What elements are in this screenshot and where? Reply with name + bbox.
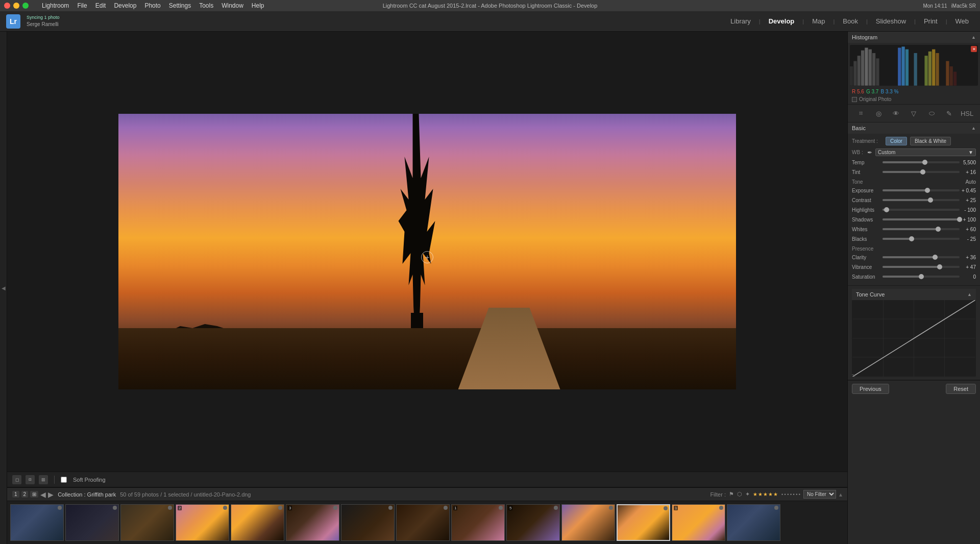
- menu-window[interactable]: Window: [222, 2, 243, 9]
- filmstrip-thumbnail-12[interactable]: [617, 504, 670, 541]
- exposure-slider[interactable]: [883, 189, 960, 191]
- reset-button[interactable]: Reset: [946, 384, 976, 394]
- filmstrip-thumbnail-7[interactable]: [341, 504, 395, 541]
- filmstrip-prev[interactable]: ◀: [40, 490, 46, 499]
- filmstrip-thumbnail-2[interactable]: [65, 504, 119, 541]
- svg-rect-2: [857, 56, 861, 86]
- filmstrip-thumbnail-3[interactable]: [120, 504, 174, 541]
- view-compare-btn[interactable]: ⧈: [26, 475, 35, 484]
- tone-curve-header[interactable]: Tone Curve ▲: [852, 289, 976, 300]
- filmstrip-thumbnail-10[interactable]: 5: [506, 504, 560, 541]
- wb-dropdown[interactable]: Custom ▼: [875, 149, 976, 156]
- left-panel[interactable]: ◀: [0, 32, 7, 544]
- exposure-value: + 0.45: [960, 188, 976, 193]
- menu-tools[interactable]: Tools: [199, 2, 213, 9]
- filmstrip-thumbnail-11[interactable]: [561, 504, 615, 541]
- mac-menu: Lightroom File Edit Develop Photo Settin…: [42, 2, 264, 9]
- nav-web[interactable]: Web: [950, 15, 974, 27]
- original-photo-checkbox[interactable]: [852, 97, 857, 102]
- blacks-slider[interactable]: [883, 238, 960, 240]
- tree-silhouette: [397, 114, 437, 328]
- menu-develop[interactable]: Develop: [114, 2, 136, 9]
- minimize-button[interactable]: [13, 3, 19, 9]
- tone-curve-canvas[interactable]: [852, 300, 976, 377]
- menu-edit[interactable]: Edit: [95, 2, 106, 9]
- svg-rect-4: [865, 47, 868, 85]
- star-filter[interactable]: ★★★★★: [753, 491, 778, 497]
- histogram-svg: [850, 45, 978, 86]
- filmstrip-thumbnail-6[interactable]: 3: [286, 504, 339, 541]
- photo-viewer[interactable]: [7, 32, 847, 472]
- maximize-button[interactable]: [22, 3, 29, 9]
- filmstrip-thumbnail-9[interactable]: 1: [451, 504, 505, 541]
- tint-slider[interactable]: [883, 171, 960, 173]
- filmstrip-thumbnail-13[interactable]: 1: [672, 504, 725, 541]
- vibrance-slider[interactable]: [883, 266, 960, 268]
- adjustment-brush-tool[interactable]: ✎: [944, 108, 955, 119]
- color-treatment-btn[interactable]: Color: [886, 137, 907, 145]
- clock: Mon 14:11: [923, 3, 947, 9]
- soft-proofing-checkbox[interactable]: [61, 477, 67, 483]
- focus-point-indicator[interactable]: [421, 251, 433, 263]
- view-survey-btn[interactable]: ⊞: [39, 475, 48, 484]
- histogram-canvas: ✕: [850, 45, 978, 86]
- wb-eyedropper[interactable]: ✒: [867, 149, 872, 156]
- filter-icon2[interactable]: ⬡: [737, 491, 742, 498]
- filmstrip-thumbnail-8[interactable]: [396, 504, 450, 541]
- view-mode-1[interactable]: 1: [12, 491, 19, 498]
- nav-library[interactable]: Library: [725, 15, 756, 27]
- view-mode-2[interactable]: 2: [21, 491, 29, 498]
- wb-row: WB : ✒ Custom ▼: [852, 149, 976, 156]
- contrast-slider[interactable]: [883, 199, 960, 201]
- spot-heal-tool[interactable]: ◎: [873, 108, 884, 119]
- filmstrip-thumbnail-4[interactable]: 2: [176, 504, 229, 541]
- saturation-slider[interactable]: [883, 276, 960, 278]
- whites-value: + 60: [960, 227, 976, 232]
- nav-develop[interactable]: Develop: [764, 15, 800, 27]
- crop-tool[interactable]: ⌗: [855, 108, 866, 119]
- filter-icon1[interactable]: ⚑: [729, 491, 734, 498]
- filmstrip-thumbnail-5[interactable]: [231, 504, 284, 541]
- menu-file[interactable]: File: [77, 2, 87, 9]
- graduated-filter-tool[interactable]: ▽: [908, 108, 919, 119]
- filmstrip-thumbnail-14[interactable]: [727, 504, 780, 541]
- contrast-slider-row: Contrast + 25: [852, 196, 976, 204]
- basic-header[interactable]: Basic ▲: [848, 122, 980, 134]
- no-filter-dropdown[interactable]: No Filter: [803, 490, 836, 499]
- lr-navigation: Library | Develop | Map | Book | Slidesh…: [725, 15, 974, 27]
- filmstrip-collapse[interactable]: ▴: [839, 491, 842, 498]
- collection-name: Collection : Griffith park: [58, 491, 116, 498]
- dot-filter[interactable]: • • • • • • •: [781, 492, 800, 497]
- svg-rect-0: [850, 66, 853, 86]
- histogram-header[interactable]: Histogram ▲: [848, 32, 980, 43]
- clarity-slider[interactable]: [883, 256, 960, 258]
- tone-auto-btn[interactable]: Auto: [965, 179, 976, 185]
- nav-slideshow[interactable]: Slideshow: [871, 15, 911, 27]
- bw-treatment-btn[interactable]: Black & White: [910, 137, 951, 145]
- view-mode-grid[interactable]: ⊞: [30, 491, 38, 498]
- temp-slider[interactable]: [883, 161, 960, 163]
- center-area: ◻ ⧈ ⊞ Soft Proofing 1 2 ⊞ ◀ ▶ Collection…: [7, 32, 847, 544]
- menu-lightroom[interactable]: Lightroom: [42, 2, 69, 9]
- menu-help[interactable]: Help: [252, 2, 264, 9]
- nav-book[interactable]: Book: [838, 15, 863, 27]
- menu-photo[interactable]: Photo: [144, 2, 160, 9]
- exposure-slider-row: Exposure + 0.45: [852, 186, 976, 194]
- histogram-close[interactable]: ✕: [971, 46, 977, 52]
- filter-icon3[interactable]: ✦: [745, 491, 750, 498]
- contrast-label: Contrast: [852, 197, 883, 203]
- close-button[interactable]: [4, 3, 10, 9]
- nav-map[interactable]: Map: [807, 15, 830, 27]
- view-single-btn[interactable]: ◻: [12, 475, 21, 484]
- filmstrip-next[interactable]: ▶: [48, 490, 54, 499]
- nav-print[interactable]: Print: [919, 15, 943, 27]
- menu-settings[interactable]: Settings: [169, 2, 191, 9]
- previous-button[interactable]: Previous: [852, 384, 889, 394]
- filmstrip-thumbnail-1[interactable]: [10, 504, 64, 541]
- shadows-slider[interactable]: [883, 218, 960, 220]
- highlights-slider[interactable]: [883, 209, 960, 211]
- whites-slider[interactable]: [883, 228, 960, 230]
- redeye-tool[interactable]: 👁: [891, 108, 902, 119]
- hsl-tool[interactable]: HSL: [962, 108, 973, 119]
- radial-filter-tool[interactable]: ⬭: [926, 108, 937, 119]
